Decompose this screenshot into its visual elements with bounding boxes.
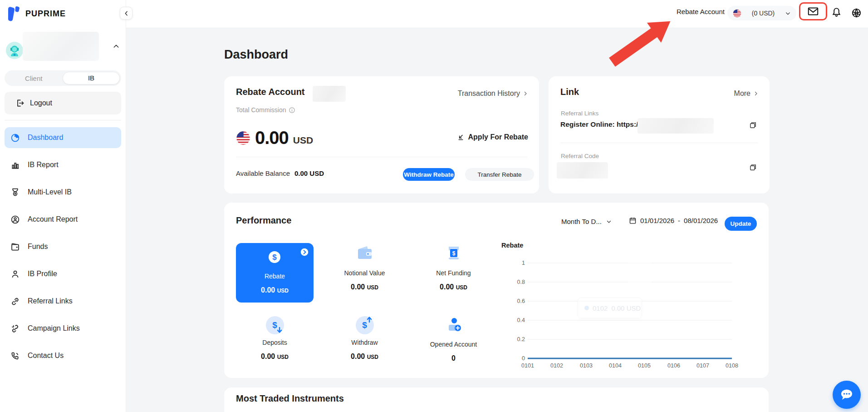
x-tick: 0108 [726, 362, 738, 369]
rebate-account-card: Rebate Account Transaction History Total… [224, 76, 539, 194]
sidebar-collapse-button[interactable] [120, 7, 132, 20]
apply-for-rebate-button[interactable]: Apply For Rebate [457, 133, 528, 141]
sidebar-item-ib-profile[interactable]: IB Profile [5, 263, 121, 284]
copy-referral-link-button[interactable] [749, 121, 757, 131]
person-circle-icon [10, 214, 20, 224]
date-range-picker[interactable]: 01/01/2026 - 08/01/2026 [629, 217, 718, 224]
update-button[interactable]: Update [725, 217, 757, 231]
account-type-tabs: Client IB [5, 70, 121, 86]
copy-icon [749, 121, 757, 129]
dashboard-icon [10, 133, 20, 143]
tile-value: 0.00 [440, 283, 454, 291]
tile-unit: USD [456, 284, 467, 291]
svg-text:$: $ [452, 250, 455, 257]
avatar [6, 42, 23, 59]
transaction-history-label: Transaction History [458, 89, 520, 98]
tile-label: Rebate [236, 273, 314, 280]
link-icon [10, 296, 20, 306]
more-link[interactable]: More [734, 89, 759, 98]
card-divider [560, 143, 758, 143]
brand-name: PUPRIME [25, 9, 66, 19]
mail-icon [807, 6, 819, 17]
app-root: PUPRIME Client IB [0, 0, 868, 412]
sidebar-item-funds[interactable]: Funds [5, 236, 121, 257]
redacted-referral-url [638, 118, 714, 134]
logout-label: Logout [30, 99, 52, 107]
campaign-link-icon [10, 323, 20, 333]
metric-tile-net-funding[interactable]: $ Net Funding 0.00 USD [415, 245, 492, 291]
rebate-card-title: Rebate Account [236, 87, 305, 97]
metric-tile-withdraw[interactable]: $ Withdraw 0.00 USD [326, 316, 403, 361]
tab-ib[interactable]: IB [63, 72, 120, 84]
transaction-history-link[interactable]: Transaction History [458, 89, 528, 98]
period-dropdown[interactable]: Month To D... [561, 218, 612, 225]
info-icon[interactable] [289, 107, 295, 114]
tooltip-x-label: 0102 [593, 304, 608, 312]
x-tick: 0104 [609, 362, 622, 369]
most-traded-card: Most Traded Instruments [224, 387, 769, 412]
withdraw-icon: $ [356, 316, 374, 334]
available-balance-value: 0.00 USD [294, 169, 324, 177]
copy-referral-code-button[interactable] [749, 164, 757, 173]
tile-unit: USD [277, 354, 289, 360]
x-tick: 0102 [550, 362, 563, 369]
logout-button[interactable]: Logout [5, 92, 121, 114]
date-start: 01/01/2026 [640, 217, 674, 224]
chevron-down-icon [606, 219, 612, 224]
sidebar-item-contact-us[interactable]: Contact Us [5, 345, 121, 366]
chevron-left-icon [123, 10, 129, 16]
sidebar-item-account-report[interactable]: Account Report [5, 209, 121, 230]
sidebar-item-campaign-links[interactable]: Campaign Links [5, 318, 121, 339]
brand-logo[interactable]: PUPRIME [6, 5, 66, 22]
sidebar-item-ib-report[interactable]: IB Report [5, 154, 121, 175]
language-button[interactable] [850, 7, 862, 19]
notifications-button[interactable] [830, 6, 842, 18]
tile-label: Opened Account [415, 341, 492, 348]
metric-tile-rebate[interactable]: $ Rebate 0.00 USD [236, 243, 314, 303]
bell-icon [831, 7, 842, 18]
link-card-title: Link [560, 87, 579, 97]
opened-account-icon [444, 316, 463, 334]
referral-link-text: Register Online: https:/ [560, 120, 638, 129]
robot-avatar-icon [8, 44, 21, 57]
transfer-rebate-button[interactable]: Transfer Rebate [465, 168, 534, 181]
metric-tile-notional-value[interactable]: Notional Value 0.00 USD [326, 245, 403, 291]
sidebar-item-multi-level-ib[interactable]: Multi-Level IB [5, 182, 121, 203]
sidebar-menu: Dashboard IB Report Multi-Level IB Accou… [5, 127, 121, 372]
x-tick: 0106 [667, 362, 680, 369]
us-flag-icon [733, 9, 741, 18]
calendar-icon [629, 217, 637, 224]
metric-tile-deposits[interactable]: $ Deposits 0.00 USD [236, 316, 314, 361]
redacted-account-number [313, 86, 346, 102]
chevron-right-icon [523, 91, 528, 96]
profile-section[interactable] [0, 29, 126, 62]
metric-tile-opened-account[interactable]: Opened Account 0 [415, 316, 492, 362]
us-flag-icon [236, 131, 250, 145]
chat-support-button[interactable] [833, 381, 861, 409]
account-balance: (0 USD) [741, 10, 785, 17]
notional-value-wallet-icon [355, 245, 374, 263]
apply-for-rebate-label: Apply For Rebate [468, 133, 528, 141]
account-selector[interactable]: (0 USD) [727, 6, 796, 20]
performance-title: Performance [236, 215, 291, 226]
tile-unit: USD [367, 354, 378, 360]
account-type-label: Rebate Account [677, 8, 725, 15]
tile-value: 0.00 [261, 286, 275, 294]
available-balance-label: Available Balance [236, 169, 290, 177]
mail-highlight-box [799, 2, 827, 20]
chat-bubble-icon [839, 387, 854, 402]
x-tick: 0103 [580, 362, 593, 369]
withdraw-rebate-button[interactable]: Withdraw Rebate [403, 168, 455, 181]
sidebar-item-dashboard[interactable]: Dashboard [5, 127, 121, 148]
globe-icon [851, 8, 862, 18]
chevron-up-icon[interactable] [113, 43, 120, 52]
sidebar-item-label: IB Profile [28, 270, 57, 278]
mail-button[interactable] [807, 5, 819, 17]
most-traded-title: Most Traded Instruments [236, 393, 344, 404]
date-end: 08/01/2026 [684, 217, 718, 224]
chevron-down-icon [785, 10, 791, 16]
tile-label: Net Funding [415, 269, 492, 277]
sidebar-item-referral-links[interactable]: Referral Links [5, 291, 121, 312]
tile-value: 0 [451, 354, 456, 362]
tab-client[interactable]: Client [5, 74, 63, 82]
